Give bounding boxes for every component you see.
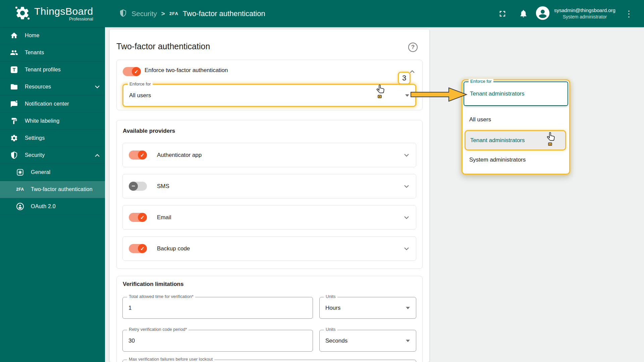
breadcrumb-separator: > <box>161 10 165 17</box>
breadcrumb-page: Two-factor authentication <box>183 9 265 18</box>
tour-arrow <box>411 86 468 103</box>
total-time-units-select[interactable]: Units Hours <box>319 297 416 319</box>
toggle-check-icon: ✓ <box>138 150 147 160</box>
provider-label: Backup code <box>157 245 190 252</box>
field-value: 1 <box>128 305 131 311</box>
thingsboard-logo-icon <box>15 5 30 22</box>
field-label: Units <box>324 327 337 332</box>
popup-field-value: Tenant administrators <box>470 90 525 97</box>
provider-toggle[interactable]: ✓ <box>129 213 147 222</box>
sidebar-item-notification-center[interactable]: Notification center <box>0 96 105 113</box>
twofa-icon: 2FA <box>169 11 178 16</box>
provider-row-email[interactable]: ✓ Email <box>122 205 416 230</box>
enforce-for-label: Enforce for <box>128 81 153 86</box>
provider-row-sms[interactable]: − SMS <box>122 174 416 198</box>
user-avatar[interactable] <box>535 0 550 27</box>
provider-label: SMS <box>157 183 169 190</box>
gear-icon <box>10 134 18 142</box>
app-logo[interactable]: ThingsBoard Professional <box>15 0 93 27</box>
toggle-check-icon: ✓ <box>132 67 141 76</box>
page-title: Two-factor authentication <box>116 42 210 51</box>
provider-row-authenticator[interactable]: ✓ Authenticator app <box>122 143 416 167</box>
limitations-heading: Verification limitations <box>123 281 183 288</box>
twofa-icon: 2FA <box>16 185 24 193</box>
sidebar-item-tenant-profiles[interactable]: T Tenant profiles <box>0 61 105 78</box>
field-label: Units <box>324 294 337 299</box>
sidebar-item-two-factor-authentication[interactable]: 2FA Two-factor authentication <box>0 181 105 198</box>
popup-field-label: Enforce for <box>469 79 493 84</box>
provider-label: Email <box>157 214 171 221</box>
providers-section: Available providers ✓ Authenticator app … <box>116 120 423 269</box>
field-value: Seconds <box>325 338 347 344</box>
fullscreen-button[interactable] <box>496 0 509 27</box>
provider-toggle[interactable]: ✓ <box>129 244 147 253</box>
notification-center-icon <box>10 100 18 108</box>
oauth-user-icon <box>16 202 24 210</box>
sidebar-item-label: Tenants <box>25 50 44 56</box>
popup-enforce-for-field[interactable]: Enforce for Tenant administrators <box>464 81 568 106</box>
sidebar-item-label: Security <box>25 152 45 158</box>
provider-row-backup-code[interactable]: ✓ Backup code <box>122 236 416 261</box>
sidebar-item-label: Settings <box>25 135 45 141</box>
kebab-icon: ⋮ <box>625 9 633 18</box>
general-settings-icon <box>16 168 24 176</box>
sidebar-item-tenants[interactable]: Tenants <box>0 44 105 61</box>
sidebar-item-label: White labeling <box>25 118 59 124</box>
user-role: System administrator <box>563 14 607 20</box>
chevron-down-icon[interactable] <box>404 152 409 158</box>
dropdown-arrow-icon[interactable] <box>405 94 409 97</box>
chevron-up-icon <box>95 152 100 158</box>
user-email: sysadmin@thingsboard.org <box>554 7 615 14</box>
sidebar-item-resources[interactable]: Resources <box>0 78 105 96</box>
providers-heading: Available providers <box>123 128 175 134</box>
toggle-check-icon: ✓ <box>138 213 147 222</box>
provider-toggle[interactable]: − <box>129 182 147 191</box>
breadcrumb-section[interactable]: Security <box>131 10 157 18</box>
sidebar-item-label: Tenant profiles <box>25 67 61 73</box>
fullscreen-icon <box>496 7 509 20</box>
provider-toggle[interactable]: ✓ <box>129 150 147 160</box>
notifications-button[interactable] <box>517 0 530 27</box>
sidebar-item-security[interactable]: Security <box>0 147 105 164</box>
hand-cursor <box>375 84 386 99</box>
people-icon <box>10 49 18 57</box>
retry-period-field[interactable]: Retry verification code period* 30 <box>122 330 313 352</box>
enforce-for-select[interactable]: Enforce for All users <box>122 84 416 107</box>
field-value: Hours <box>325 305 340 311</box>
enforce-for-value: All users <box>129 92 151 99</box>
sidebar-item-label: Home <box>25 33 39 39</box>
retry-units-select[interactable]: Units Seconds <box>319 330 416 352</box>
chevron-down-icon[interactable] <box>404 183 409 189</box>
sidebar: Home Tenants T Tenant profiles Resources… <box>0 27 105 362</box>
shield-icon <box>119 9 127 18</box>
dropdown-arrow-icon[interactable] <box>406 340 410 342</box>
sidebar-item-security-general[interactable]: General <box>0 164 105 181</box>
option-system-administrators[interactable]: System administrators <box>463 152 569 168</box>
folder-icon <box>10 83 18 91</box>
option-all-users[interactable]: All users <box>463 112 569 127</box>
field-label: Total allowed time for verification* <box>127 294 195 299</box>
dropdown-arrow-icon[interactable] <box>406 307 410 309</box>
sidebar-item-home[interactable]: Home <box>0 27 105 44</box>
max-failures-field[interactable]: Max verification failures before user lo… <box>122 360 416 362</box>
total-allowed-time-field[interactable]: Total allowed time for verification* 1 <box>122 297 313 319</box>
option-label: Tenant administrators <box>470 137 525 144</box>
chevron-down-icon[interactable] <box>404 215 409 221</box>
shield-icon <box>10 151 18 159</box>
sidebar-item-label: Two-factor authentication <box>31 186 93 192</box>
hand-cursor <box>545 131 557 146</box>
avatar-icon <box>535 6 550 22</box>
topbar-menu-button[interactable]: ⋮ <box>625 0 633 27</box>
user-info[interactable]: sysadmin@thingsboard.org System administ… <box>554 0 615 27</box>
help-icon[interactable]: ? <box>408 43 418 52</box>
bell-icon <box>517 7 530 20</box>
topbar: ThingsBoard Professional Security > 2FA … <box>0 0 644 27</box>
enforce-2fa-toggle[interactable]: ✓ <box>123 67 141 76</box>
chevron-down-icon[interactable] <box>404 246 409 252</box>
sidebar-item-oauth[interactable]: OAuth 2.0 <box>0 198 105 215</box>
sidebar-item-settings[interactable]: Settings <box>0 130 105 147</box>
tour-step-badge: 3 <box>398 72 411 84</box>
toggle-minus-icon: − <box>129 182 138 191</box>
sidebar-item-label: General <box>31 169 50 175</box>
sidebar-item-white-labeling[interactable]: White labeling <box>0 113 105 130</box>
